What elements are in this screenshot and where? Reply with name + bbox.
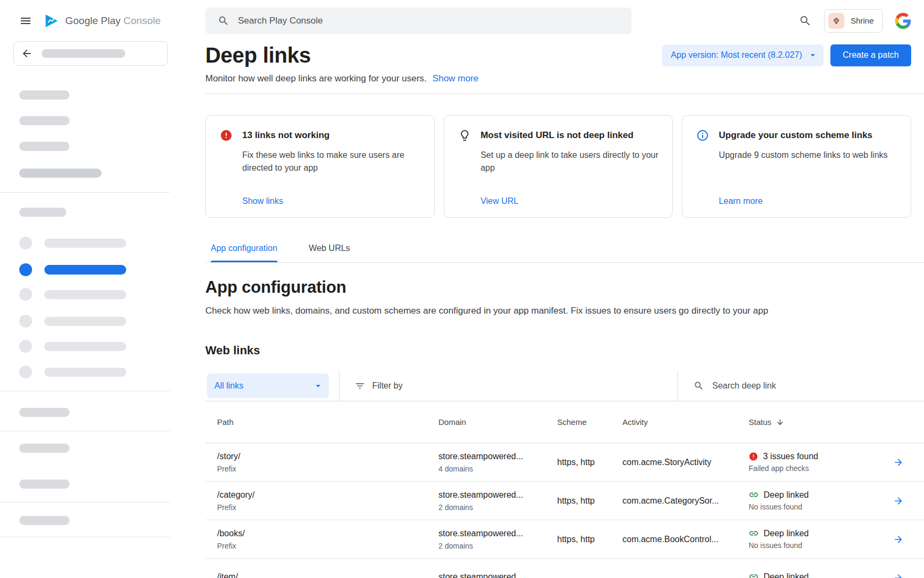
- arrow-forward-icon: [893, 534, 904, 545]
- scheme-cell: https, http: [557, 496, 622, 506]
- sidebar-skeleton-bar: [42, 49, 125, 58]
- web-links-table: Path Domain Scheme Activity Status /stor…: [205, 401, 924, 578]
- sort-descending-icon: [776, 418, 784, 427]
- search-icon[interactable]: [799, 14, 812, 27]
- app-selector-label: Shrine: [851, 16, 874, 25]
- play-console-logo: Google Play Console: [43, 13, 161, 29]
- web-links-toolbar: All links Filter by: [205, 370, 924, 401]
- sidebar-nav-item[interactable]: [19, 237, 170, 249]
- path-cell: /books/ Prefix: [217, 528, 438, 551]
- row-detail-button[interactable]: [891, 573, 904, 578]
- shrine-app-icon: [828, 13, 844, 29]
- app-version-label: App version: Most recent (8.2.027): [671, 50, 802, 60]
- sidebar-divider: [0, 192, 170, 193]
- sidebar-nav-item[interactable]: [19, 366, 170, 378]
- sidebar-nav-item-active[interactable]: [19, 263, 170, 276]
- insight-cards: 13 links not working Fix these web links…: [205, 115, 924, 218]
- play-logo-icon: [43, 13, 59, 29]
- sidebar-nav-item[interactable]: [19, 315, 170, 328]
- activity-cell: com.acme.StoryActivity: [622, 458, 749, 467]
- column-header-activity: Activity: [622, 417, 749, 427]
- sidebar-skeleton-bar: [19, 142, 70, 151]
- row-detail-button[interactable]: [891, 457, 904, 468]
- lightbulb-icon: [458, 129, 471, 142]
- filter-icon: [355, 381, 365, 391]
- learn-more-link[interactable]: Learn more: [719, 196, 897, 206]
- caret-down-icon: [807, 50, 818, 60]
- toolbar-separator: [677, 370, 678, 401]
- links-filter-dropdown[interactable]: All links: [207, 374, 329, 398]
- view-url-link[interactable]: View URL: [481, 196, 659, 206]
- nav-item-icon-placeholder: [19, 340, 32, 353]
- arrow-forward-icon: [893, 457, 904, 468]
- card-most-visited-url: Most visited URL is not deep linked Set …: [444, 115, 673, 218]
- domain-cell: store.steampowered... 4 domains: [438, 451, 557, 474]
- tab-bar: App configuration Web URLs: [205, 244, 924, 263]
- page-subtitle: Monitor how well deep links are working …: [205, 72, 427, 85]
- row-detail-button[interactable]: [891, 496, 904, 506]
- top-bar-actions: Shrine: [799, 9, 911, 33]
- filter-by-button[interactable]: Filter by: [355, 381, 403, 391]
- domain-cell: store.steampowered... 2 domains: [438, 528, 557, 551]
- tab-app-configuration[interactable]: App configuration: [211, 244, 278, 262]
- sidebar: Google Play Console: [0, 0, 170, 578]
- sidebar-nav-item[interactable]: [19, 288, 170, 301]
- table-header: Path Domain Scheme Activity Status: [205, 401, 924, 443]
- page-subtitle-row: Monitor how well deep links are working …: [205, 72, 924, 85]
- deep-link-search-input[interactable]: [712, 381, 911, 391]
- info-icon: [696, 129, 709, 142]
- sidebar-skeleton-bar: [19, 408, 70, 417]
- section-description: Check how web links, domains, and custom…: [205, 305, 924, 317]
- console-search-bar[interactable]: [205, 7, 632, 34]
- sidebar-divider: [0, 537, 170, 537]
- sidebar-skeleton-bar: [19, 169, 102, 178]
- create-patch-button[interactable]: Create a patch: [830, 44, 911, 66]
- sidebar-divider: [0, 391, 170, 391]
- back-navigation[interactable]: [13, 41, 168, 66]
- status-text: Deep linked: [764, 529, 809, 538]
- status-text: Deep linked: [764, 572, 809, 578]
- show-more-link[interactable]: Show more: [433, 72, 479, 85]
- web-links-heading: Web links: [205, 343, 924, 358]
- activity-cell: com.acme.BookControl...: [622, 535, 749, 544]
- card-upgrade-scheme-links: Upgrade your custom scheme links Upgrade…: [682, 115, 911, 218]
- sidebar-nav-item[interactable]: [19, 340, 170, 353]
- sidebar-skeleton-bar: [19, 90, 70, 100]
- error-icon: [220, 129, 233, 142]
- error-icon: [749, 452, 758, 461]
- row-detail-button[interactable]: [891, 534, 904, 545]
- nav-item-icon-placeholder: [19, 288, 32, 301]
- table-row[interactable]: /category/ Prefix store.steampowered... …: [205, 482, 924, 520]
- table-row[interactable]: /story/ Prefix store.steampowered... 4 d…: [205, 443, 924, 482]
- status-cell: 3 issues found Failed app checks: [749, 452, 891, 473]
- top-bar: Shrine: [205, 0, 924, 41]
- show-links-link[interactable]: Show links: [242, 196, 420, 206]
- console-search-input[interactable]: [238, 16, 621, 26]
- sidebar-header: Google Play Console: [0, 0, 170, 41]
- path-cell: /story/ Prefix: [217, 451, 438, 474]
- card-title: 13 links not working: [242, 130, 329, 141]
- app-version-selector[interactable]: App version: Most recent (8.2.027): [662, 44, 823, 66]
- app-selector[interactable]: Shrine: [824, 9, 883, 33]
- arrow-forward-icon: [893, 496, 904, 506]
- scheme-cell: https, http: [557, 458, 622, 467]
- card-body: Upgrade 9 custom scheme links to web lin…: [719, 149, 897, 162]
- menu-icon[interactable]: [19, 14, 32, 27]
- path-cell: /item/: [217, 572, 438, 578]
- table-row[interactable]: /item/ store.steampowered...: [205, 559, 924, 578]
- sidebar-skeleton-bar: [19, 208, 66, 217]
- google-logo-icon[interactable]: [895, 13, 911, 29]
- column-header-scheme: Scheme: [557, 417, 622, 427]
- deep-link-search[interactable]: [694, 381, 911, 391]
- link-icon: [749, 572, 759, 578]
- sidebar-skeleton-bar: [19, 116, 70, 125]
- tab-web-urls[interactable]: Web URLs: [309, 244, 350, 262]
- caret-down-icon: [313, 381, 324, 391]
- nav-item-icon-placeholder: [19, 263, 32, 276]
- column-header-status[interactable]: Status: [749, 417, 891, 427]
- page-title: Deep links: [205, 42, 311, 68]
- status-cell: Deep linked: [749, 572, 891, 578]
- back-arrow-icon: [21, 48, 33, 59]
- table-row[interactable]: /books/ Prefix store.steampowered... 2 d…: [205, 520, 924, 559]
- status-text: 3 issues found: [763, 452, 818, 461]
